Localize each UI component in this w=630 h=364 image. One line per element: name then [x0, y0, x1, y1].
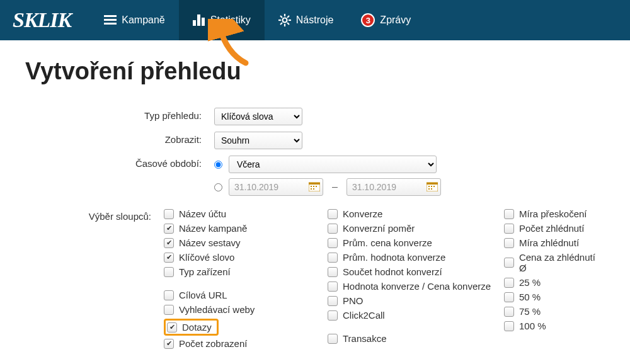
svg-rect-1	[104, 19, 117, 21]
svg-rect-28	[431, 188, 432, 190]
column-checkbox[interactable]: Konverze	[328, 208, 504, 219]
svg-point-6	[282, 18, 287, 23]
checkbox-icon	[328, 296, 338, 306]
calendar-icon	[427, 181, 438, 193]
checkbox-icon	[164, 253, 174, 263]
column-checkbox[interactable]: Typ zařízení	[164, 266, 328, 277]
svg-rect-3	[193, 20, 196, 26]
show-select[interactable]: Souhrn	[214, 132, 302, 149]
date-from-input[interactable]: 31.10.2019	[229, 178, 323, 196]
column-checkbox[interactable]: PNO	[328, 295, 504, 306]
column-label: Click2Call	[343, 310, 385, 321]
checkbox-icon	[167, 322, 177, 333]
checkbox-icon	[504, 278, 514, 288]
column-checkbox[interactable]: 100 %	[504, 321, 605, 331]
columns-label: Výběr sloupců:	[25, 208, 164, 222]
svg-line-12	[287, 23, 289, 25]
column-checkbox[interactable]: Prům. hodnota konverze	[328, 252, 504, 263]
checkbox-icon	[164, 209, 174, 219]
period-custom-radio[interactable]	[214, 183, 222, 191]
column-checkbox[interactable]: Název sestavy	[164, 237, 328, 248]
column-checkbox[interactable]: Click2Call	[328, 310, 504, 321]
svg-rect-17	[311, 186, 312, 187]
column-checkbox[interactable]: Název účtu	[164, 208, 328, 219]
checkbox-icon	[164, 305, 174, 315]
date-to-input[interactable]: 31.10.2019	[346, 178, 441, 196]
column-checkbox[interactable]: Cílová URL	[164, 290, 328, 300]
nav-statistics[interactable]: Statistiky	[179, 0, 265, 40]
period-preset-radio[interactable]	[214, 161, 222, 169]
column-label: Hodnota konverze / Cena konverze	[343, 281, 491, 292]
bar-chart-icon	[193, 14, 205, 26]
column-checkbox[interactable]: Název kampaně	[164, 223, 328, 234]
checkbox-icon	[504, 292, 514, 302]
checkbox-icon	[504, 209, 514, 219]
column-checkbox[interactable]: Prům. cena konverze	[328, 237, 504, 248]
period-preset-select[interactable]: Včera	[229, 156, 437, 173]
column-checkbox[interactable]: 75 %	[504, 306, 605, 317]
svg-line-11	[280, 16, 282, 18]
column-label: Prům. hodnota konverze	[343, 252, 445, 263]
svg-rect-25	[431, 186, 432, 187]
nav-tools[interactable]: Nástroje	[265, 0, 348, 40]
column-checkbox[interactable]: Počet zobrazení	[164, 338, 328, 349]
column-checkbox[interactable]: 50 %	[504, 292, 605, 302]
column-label: Prům. cena konverze	[343, 237, 432, 248]
columns-grid: Název účtuNázev kampaněNázev sestavyKlíč…	[164, 208, 605, 353]
column-label: Součet hodnot konverzí	[343, 266, 442, 277]
column-label: Dotazy	[182, 322, 212, 333]
column-label: PNO	[343, 295, 364, 306]
checkbox-icon	[164, 224, 174, 234]
svg-rect-19	[316, 186, 317, 187]
checkbox-icon	[504, 321, 514, 331]
column-checkbox[interactable]: Míra přeskočení	[504, 208, 605, 219]
column-checkbox[interactable]: Klíčové slovo	[164, 252, 328, 263]
column-label: Konverzní poměr	[343, 223, 415, 234]
column-checkbox[interactable]: 25 %	[504, 277, 605, 288]
column-label: Vyhledávací weby	[179, 304, 255, 315]
column-label: Název sestavy	[179, 237, 241, 248]
logo: SKLIK	[0, 8, 90, 32]
column-checkbox[interactable]: Počet zhlédnutí	[504, 223, 605, 234]
column-checkbox[interactable]: Konverzní poměr	[328, 223, 504, 234]
checkbox-icon	[328, 253, 338, 263]
column-checkbox[interactable]: Transakce	[328, 333, 504, 344]
column-checkbox[interactable]: Dotazy	[167, 322, 212, 333]
column-label: Míra přeskočení	[519, 208, 587, 219]
checkbox-icon	[504, 307, 514, 317]
period-label: Časové období:	[25, 156, 214, 169]
column-label: Počet zobrazení	[179, 338, 247, 349]
column-label: Název kampaně	[179, 223, 247, 234]
column-label: Míra zhlédnutí	[519, 237, 579, 248]
columns-left: Název účtuNázev kampaněNázev sestavyKlíč…	[164, 208, 328, 353]
hamburger-icon	[104, 15, 117, 25]
gear-icon	[278, 14, 291, 26]
svg-rect-20	[311, 188, 312, 190]
svg-rect-26	[433, 186, 435, 187]
report-type-select[interactable]: Klíčová slova	[214, 108, 302, 125]
column-checkbox[interactable]: Míra zhlédnutí	[504, 237, 605, 248]
column-label: Cena za zhlédnutí Ø	[519, 252, 605, 273]
column-checkbox[interactable]: Součet hodnot konverzí	[328, 266, 504, 277]
date-from-value: 31.10.2019	[234, 182, 278, 192]
page-title: Vytvoření přehledu	[25, 58, 605, 85]
nav-campaigns[interactable]: Kampaně	[90, 0, 179, 40]
checkbox-icon	[328, 282, 338, 292]
checkbox-icon	[164, 339, 174, 349]
report-type-label: Typ přehledu:	[25, 108, 214, 121]
column-label: 75 %	[519, 306, 541, 317]
nav-label: Nástroje	[296, 14, 334, 26]
nav-messages[interactable]: 3 Zprávy	[347, 0, 425, 40]
column-checkbox[interactable]: Vyhledávací weby	[164, 304, 328, 315]
column-checkbox[interactable]: Hodnota konverze / Cena konverze	[328, 281, 504, 292]
column-label: Cílová URL	[179, 290, 227, 300]
date-to-value: 31.10.2019	[352, 182, 396, 192]
nav-label: Kampaně	[122, 14, 165, 26]
svg-rect-23	[427, 183, 438, 185]
column-checkbox[interactable]: Cena za zhlédnutí Ø	[504, 252, 605, 273]
top-nav: SKLIK Kampaně Statistiky Nástroje 3 Zprá…	[0, 0, 630, 40]
svg-line-14	[280, 23, 282, 25]
page-content: Vytvoření přehledu Typ přehledu: Klíčová…	[0, 40, 630, 364]
column-label: 50 %	[519, 292, 541, 302]
checkbox-icon	[504, 238, 514, 248]
